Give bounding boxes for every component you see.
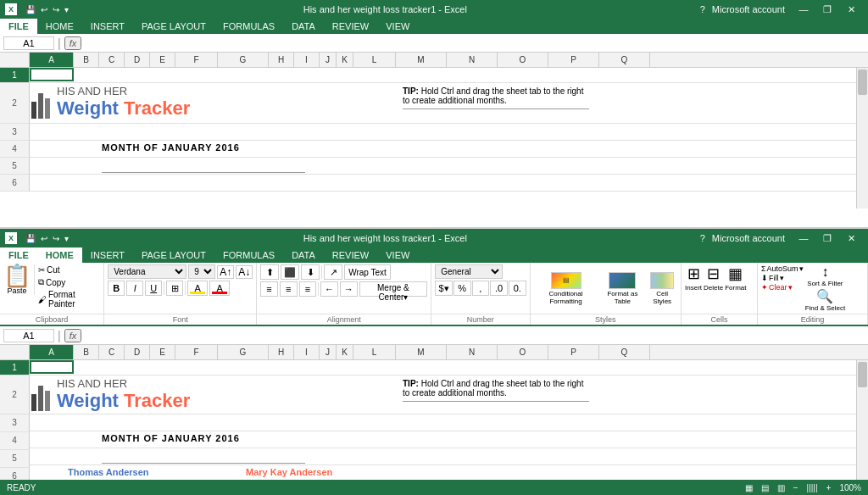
decimal-increase-button[interactable]: .0 <box>490 281 508 296</box>
top-name-box[interactable] <box>3 36 54 50</box>
font-size-select[interactable]: 9 <box>188 264 215 279</box>
bottom-row-num-1[interactable]: 1 <box>0 360 30 375</box>
align-left-button[interactable]: ≡ <box>260 281 278 297</box>
row-num-6-top[interactable]: 6 <box>0 175 30 192</box>
help-button[interactable]: ? <box>700 4 705 14</box>
bottom-col-header-i[interactable]: I <box>294 345 320 359</box>
bottom-col-header-d[interactable]: D <box>125 345 150 359</box>
bottom-col-header-j[interactable]: J <box>320 345 337 359</box>
col-header-b[interactable]: B <box>74 53 99 67</box>
bottom-col-header-o[interactable]: O <box>498 345 548 359</box>
bottom-customize-icon[interactable]: ▾ <box>63 233 70 244</box>
fx-button[interactable]: fx <box>64 36 82 50</box>
top-formula-input[interactable] <box>85 37 865 49</box>
copy-button[interactable]: ⧉ Copy <box>36 276 100 288</box>
col-header-o[interactable]: O <box>498 53 548 67</box>
format-as-table-button[interactable]: Format as Table <box>599 272 645 305</box>
col-header-i[interactable]: I <box>294 53 320 67</box>
wrap-text-button[interactable]: Wrap Text <box>344 264 391 280</box>
row-num-4-top[interactable]: 4 <box>0 141 30 158</box>
row-num-1-top[interactable]: 1 <box>0 68 30 83</box>
status-zoom-out[interactable]: − <box>793 483 798 492</box>
col-header-k[interactable]: K <box>337 53 353 67</box>
font-name-select[interactable]: Verdana <box>108 264 186 279</box>
status-view-page[interactable]: ▥ <box>777 483 785 492</box>
account-label[interactable]: Microsoft account <box>712 4 785 14</box>
status-zoom-in[interactable]: + <box>826 483 832 492</box>
redo-icon[interactable]: ↪ <box>51 4 61 15</box>
tab-data[interactable]: DATA <box>283 19 324 34</box>
bottom-col-header-m[interactable]: M <box>396 345 447 359</box>
bottom-row-num-2[interactable]: 2 <box>0 375 30 414</box>
bottom-col-header-h[interactable]: H <box>269 345 294 359</box>
col-header-j[interactable]: J <box>320 53 337 67</box>
percent-button[interactable]: % <box>453 281 471 296</box>
font-grow-button[interactable]: A↑ <box>217 265 234 279</box>
tab-file[interactable]: FILE <box>0 19 37 34</box>
align-bottom-button[interactable]: ⬇ <box>301 264 320 280</box>
bottom-col-header-f[interactable]: F <box>175 345 218 359</box>
bottom-restore-button[interactable]: ❐ <box>815 229 839 248</box>
col-header-q[interactable]: Q <box>599 53 650 67</box>
underline-button[interactable]: U <box>145 281 162 296</box>
dollar-button[interactable]: $▾ <box>435 281 453 296</box>
undo-icon[interactable]: ↩ <box>39 4 49 15</box>
delete-button[interactable]: ⊟ Delete <box>704 264 723 312</box>
col-header-e[interactable]: E <box>150 53 175 67</box>
bottom-tab-insert[interactable]: INSERT <box>82 248 133 263</box>
bottom-tab-review[interactable]: REVIEW <box>324 248 377 263</box>
bottom-formula-input[interactable] <box>85 330 865 342</box>
tab-view[interactable]: VIEW <box>377 19 418 34</box>
align-top-button[interactable]: ⬆ <box>260 264 279 280</box>
format-painter-button[interactable]: 🖌 Format Painter <box>36 289 100 309</box>
insert-button[interactable]: ⊞ Insert <box>685 264 702 312</box>
font-color-button[interactable]: A <box>209 281 230 296</box>
row-num-2-top[interactable]: 2 <box>0 83 30 124</box>
col-header-d[interactable]: D <box>125 53 150 67</box>
col-header-f[interactable]: F <box>175 53 218 67</box>
bottom-close-button[interactable]: ✕ <box>839 229 863 248</box>
cell-styles-button[interactable]: Cell Styles <box>647 272 677 305</box>
merge-center-button[interactable]: Merge & Center▾ <box>359 281 428 297</box>
save-icon[interactable]: 💾 <box>24 4 37 15</box>
bottom-col-header-n[interactable]: N <box>447 345 498 359</box>
tab-formulas[interactable]: FORMULAS <box>214 19 283 34</box>
sort-filter-button[interactable]: ↕ Sort & Filter <box>805 264 846 287</box>
bottom-cell-a1[interactable] <box>30 360 74 374</box>
align-right-button[interactable]: ≡ <box>299 281 317 297</box>
format-button[interactable]: ▦ Format <box>725 264 746 312</box>
bottom-tab-data[interactable]: DATA <box>283 248 324 263</box>
bottom-redo-icon[interactable]: ↪ <box>51 233 61 244</box>
col-header-c[interactable]: C <box>99 53 125 67</box>
align-middle-button[interactable]: ⬛ <box>281 264 299 280</box>
bottom-col-header-g[interactable]: G <box>218 345 269 359</box>
minimize-button[interactable]: — <box>792 0 815 19</box>
angle-text-button[interactable]: ↗ <box>324 264 342 280</box>
maximize-button[interactable]: ❐ <box>815 0 839 19</box>
close-button[interactable]: ✕ <box>839 0 863 19</box>
bottom-tab-page-layout[interactable]: PAGE LAYOUT <box>133 248 214 263</box>
bottom-col-header-q[interactable]: Q <box>599 345 650 359</box>
status-view-layout[interactable]: ▤ <box>761 483 769 492</box>
bottom-row-num-3[interactable]: 3 <box>0 414 30 432</box>
autosum-button[interactable]: Σ AutoSum▾ <box>761 264 804 273</box>
bottom-tab-file[interactable]: FILE <box>0 248 37 263</box>
col-header-h[interactable]: H <box>269 53 294 67</box>
row-num-5-top[interactable]: 5 <box>0 158 30 175</box>
conditional-formatting-button[interactable]: ▤ Conditional Formatting <box>534 272 598 305</box>
align-center-button[interactable]: ≡ <box>280 281 298 297</box>
bottom-row-num-5[interactable]: 5 <box>0 450 30 468</box>
bottom-minimize-button[interactable]: — <box>792 229 815 248</box>
cell-a1-top[interactable] <box>30 68 74 81</box>
col-header-p[interactable]: P <box>548 53 599 67</box>
col-header-g[interactable]: G <box>218 53 269 67</box>
bottom-tab-home[interactable]: HOME <box>37 248 82 263</box>
decimal-decrease-button[interactable]: 0. <box>509 281 526 296</box>
fill-color-button[interactable]: A <box>187 281 208 296</box>
paste-button[interactable]: 📋 Paste <box>3 264 35 295</box>
number-format-select[interactable]: General <box>435 264 503 279</box>
bottom-col-header-e[interactable]: E <box>150 345 175 359</box>
bottom-tab-view[interactable]: VIEW <box>377 248 418 263</box>
bottom-col-header-k[interactable]: K <box>337 345 353 359</box>
clear-button[interactable]: ✦ Clear▾ <box>761 283 804 292</box>
